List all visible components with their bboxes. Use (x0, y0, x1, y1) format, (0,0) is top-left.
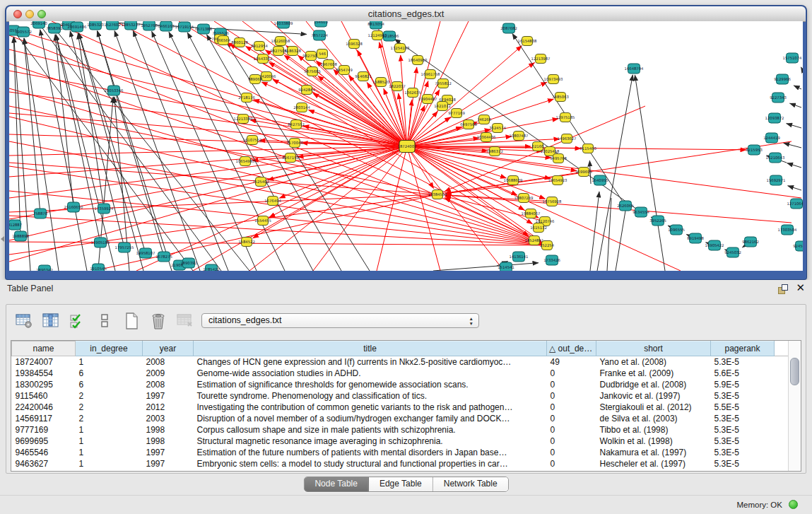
cell-out_de[interactable]: 0 (547, 402, 596, 413)
table-settings-icon[interactable] (13, 310, 35, 332)
cell-title[interactable]: Structural magnetic resonance image aver… (194, 436, 547, 447)
cell-short[interactable]: Yano et al. (2008) (596, 356, 711, 368)
cell-out_de[interactable]: 0 (547, 390, 596, 402)
table-source-dropdown[interactable]: citations_edges.txt ▲▼ (201, 313, 479, 328)
table-row[interactable]: 969969511998Structural magnetic resonanc… (12, 436, 789, 447)
cell-name[interactable]: 18300295 (12, 379, 76, 390)
cell-short[interactable]: Jankovic et al. (1997) (596, 390, 711, 402)
cell-title[interactable]: Changes of HCN gene expression and I(f) … (194, 356, 547, 368)
cell-filler[interactable] (775, 436, 789, 447)
cell-title[interactable]: Embryonic stem cells: a model to study s… (194, 458, 547, 469)
cell-out_de[interactable]: 0 (547, 447, 596, 458)
row-selection-icon[interactable] (66, 310, 89, 332)
cell-title[interactable]: Investigating the contribution of common… (194, 402, 547, 413)
cell-short[interactable]: Wolkin et al. (1998) (596, 436, 711, 447)
network-graph[interactable]: 1605572190557220691407858391904691120691… (9, 21, 803, 271)
cell-out_de[interactable]: 0 (547, 368, 596, 379)
column-visibility-icon[interactable] (40, 310, 62, 332)
table-scrollbar[interactable] (788, 341, 801, 471)
cell-short[interactable]: Franke et al. (2009) (596, 368, 711, 379)
cell-out_de[interactable]: 0 (547, 436, 596, 447)
cell-year[interactable]: 1997 (143, 458, 194, 469)
cell-year[interactable]: 2012 (143, 402, 194, 413)
cell-out_de[interactable]: 0 (547, 413, 596, 424)
column-header-in_degree[interactable]: in_degree (76, 341, 143, 356)
cell-year[interactable]: 2008 (143, 356, 194, 368)
cell-title[interactable]: Tourette syndrome. Phenomenology and cla… (194, 390, 547, 402)
cell-short[interactable]: de Silva et al. (2003) (596, 413, 711, 424)
cell-name[interactable]: 14569117 (12, 413, 76, 424)
cell-out_de[interactable]: 0 (547, 458, 596, 469)
cell-year[interactable]: 1998 (143, 424, 194, 436)
tab-edge-table[interactable]: Edge Table (369, 477, 433, 491)
cell-out_de[interactable]: 0 (547, 424, 596, 436)
cell-name[interactable]: 9465546 (12, 447, 76, 458)
cell-name[interactable]: 22420046 (12, 402, 76, 413)
delete-table-icon[interactable] (174, 310, 196, 332)
cell-out_de[interactable]: 49 (547, 356, 596, 368)
cell-short[interactable]: Nakamura et al. (1997) (596, 447, 711, 458)
table-row[interactable]: 977716911998Corpus callosum shape and si… (12, 424, 789, 436)
cell-in_degree[interactable]: 1 (76, 424, 143, 436)
cell-pagerank[interactable]: 5.5E-5 (711, 402, 775, 413)
cell-filler[interactable] (775, 390, 789, 402)
table-row[interactable]: 1938455462009Genome-wide association stu… (12, 368, 789, 379)
cell-pagerank[interactable]: 5.3E-5 (711, 413, 775, 424)
cell-name[interactable]: 19384554 (12, 368, 76, 379)
table-scrollbar-thumb[interactable] (790, 358, 799, 385)
cell-filler[interactable] (775, 356, 789, 368)
cell-pagerank[interactable]: 5.9E-5 (711, 379, 775, 390)
cell-in_degree[interactable]: 2 (76, 402, 143, 413)
table-row[interactable]: 1872400712008Changes of HCN gene express… (12, 356, 789, 368)
new-column-icon[interactable] (120, 310, 143, 332)
cell-filler[interactable] (775, 424, 789, 436)
table-row[interactable]: 1830029562008Estimation of significance … (12, 379, 789, 390)
cell-year[interactable]: 1998 (143, 436, 194, 447)
cell-in_degree[interactable]: 2 (76, 390, 143, 402)
float-panel-button[interactable] (778, 284, 789, 294)
cell-in_degree[interactable]: 6 (76, 368, 143, 379)
cell-short[interactable]: Stergiakouli et al. (2012) (596, 402, 711, 413)
table-row[interactable]: 1456911722003Disruption of a novel membe… (12, 413, 789, 424)
column-header-out_de[interactable]: △ out_de… (547, 341, 596, 356)
cell-in_degree[interactable]: 2 (76, 413, 143, 424)
cell-year[interactable]: 2008 (143, 379, 194, 390)
merge-tables-icon[interactable] (93, 310, 116, 332)
cell-year[interactable]: 2003 (143, 413, 194, 424)
tab-network-table[interactable]: Network Table (433, 477, 508, 491)
column-header-title[interactable]: title (194, 341, 547, 356)
cell-filler[interactable] (775, 368, 789, 379)
table-row[interactable]: 946362711997Embryonic stem cells: a mode… (12, 458, 789, 469)
cell-title[interactable]: Estimation of the future numbers of pati… (194, 447, 547, 458)
cell-pagerank[interactable]: 5.6E-5 (711, 368, 775, 379)
tab-node-table[interactable]: Node Table (304, 477, 369, 491)
column-header-year[interactable]: year (143, 341, 194, 356)
cell-in_degree[interactable]: 6 (76, 379, 143, 390)
table-row[interactable]: 946554611997Estimation of the future num… (12, 447, 789, 458)
cell-short[interactable]: Tibbo et al. (1998) (596, 424, 711, 436)
cell-name[interactable]: 9777169 (12, 424, 76, 436)
cell-year[interactable]: 1997 (143, 390, 194, 402)
cell-filler[interactable] (775, 447, 789, 458)
cell-short[interactable]: Hescheler et al. (1997) (596, 458, 711, 469)
cell-name[interactable]: 9699695 (12, 436, 76, 447)
cell-pagerank[interactable]: 5.3E-5 (711, 458, 775, 469)
cell-filler[interactable] (775, 413, 789, 424)
cell-pagerank[interactable]: 5.3E-5 (711, 447, 775, 458)
cell-in_degree[interactable]: 1 (76, 458, 143, 469)
cell-title[interactable]: Corpus callosum shape and size in male p… (194, 424, 547, 436)
window-titlebar[interactable]: citations_edges.txt (6, 6, 806, 22)
table-row[interactable]: 2242004622012Investigating the contribut… (12, 402, 789, 413)
cell-filler[interactable] (775, 379, 789, 390)
cell-year[interactable]: 1997 (143, 447, 194, 458)
network-canvas[interactable]: 1605572190557220691407858391904691120691… (9, 21, 803, 271)
cell-filler[interactable] (775, 458, 789, 469)
cell-title[interactable]: Estimation of significance thresholds fo… (194, 379, 547, 390)
delete-column-icon[interactable] (147, 310, 170, 332)
column-header-pagerank[interactable]: pagerank (711, 341, 775, 356)
cell-in_degree[interactable]: 1 (76, 356, 143, 368)
cell-name[interactable]: 18724007 (12, 356, 76, 368)
cell-title[interactable]: Genome-wide association studies in ADHD. (194, 368, 547, 379)
column-header-short[interactable]: short (596, 341, 711, 356)
cell-pagerank[interactable]: 5.3E-5 (711, 390, 775, 402)
